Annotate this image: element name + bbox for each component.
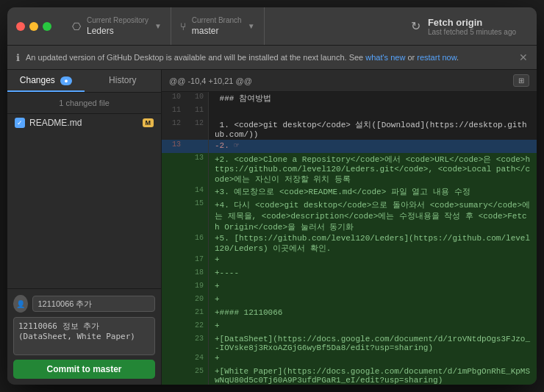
minimize-button[interactable] [29, 22, 38, 31]
maximize-button[interactable] [43, 22, 51, 31]
diff-line: 11 11 [162, 105, 537, 118]
tab-changes[interactable]: Changes ● [7, 70, 85, 92]
branch-arrow-icon: ▼ [248, 22, 255, 30]
file-checkbox[interactable]: ✓ [15, 118, 25, 128]
line-content: +#### 12110066 [209, 307, 537, 321]
line-num-new [185, 140, 209, 153]
branch-name: master [192, 26, 242, 36]
line-num-old [162, 334, 185, 353]
banner-close-button[interactable]: ✕ [519, 51, 528, 63]
diff-line-added: 17 + [162, 254, 537, 268]
line-num-old [162, 321, 185, 334]
repo-icon: ⎔ [72, 21, 81, 32]
line-num-old [162, 153, 185, 185]
line-num-new: 25 [185, 366, 209, 385]
file-modified-badge: M [143, 118, 154, 127]
line-content: + [209, 321, 537, 334]
line-num-new: 11 [185, 105, 209, 118]
line-content: +[DataSheet](https://docs.google.com/doc… [209, 334, 537, 353]
branch-info: Current Branch master [192, 16, 242, 36]
line-num-new: 18 [185, 268, 209, 281]
line-content: ### 참여방법 [209, 92, 537, 105]
file-name: README.md [29, 118, 138, 128]
branch-selector[interactable]: ⑂ Current Branch master ▼ [171, 7, 265, 45]
fetch-origin-button[interactable]: ↻ Fetch origin Last fetched 5 minutes ag… [399, 17, 528, 36]
line-num-new: 13 [185, 153, 209, 185]
sidebar: Changes ● History 1 changed file ✓ READM… [7, 70, 162, 385]
line-num-old [162, 233, 185, 254]
diff-line-added: 21 +#### 12110066 [162, 307, 537, 321]
diff-line-added: 24 + [162, 353, 537, 366]
line-content: +---- [209, 268, 537, 281]
app-window: ⎔ Current Repository Leders ▼ ⑂ Current … [7, 7, 537, 385]
line-num-old: 10 [162, 92, 185, 105]
line-num-new: 17 [185, 254, 209, 268]
line-num-old [162, 294, 185, 307]
diff-line-removed: 13 -2. ☞ [162, 140, 537, 153]
line-content: +5. [https://github.com/level120/Leders]… [209, 233, 537, 254]
branch-icon: ⑂ [180, 21, 186, 32]
line-num-new: 22 [185, 321, 209, 334]
line-num-new: 16 [185, 233, 209, 254]
line-content: 1. <code>git desktop</code> 설치([Download… [209, 118, 537, 140]
list-item[interactable]: ✓ README.md M [7, 114, 161, 132]
line-content: +4. 다시 <code>git desktop</code>으로 돌아와서 <… [209, 199, 537, 233]
line-content: +[White Paper](https://docs.google.com/d… [209, 366, 537, 385]
diff-hunk-header: @@ -10,4 +10,21 @@ [169, 76, 252, 85]
repo-name: Leders [87, 26, 148, 36]
commit-header: 👤 [13, 295, 155, 313]
diff-line-added: 25 +[White Paper](https://docs.google.co… [162, 366, 537, 385]
repo-selector[interactable]: ⎔ Current Repository Leders ▼ [63, 7, 171, 45]
diff-panel: @@ -10,4 +10,21 @@ ⊞ 10 10 ### 참여방법 [162, 70, 537, 385]
diff-line-added: 13 +2. <code>Clone a Repository</code>에서… [162, 153, 537, 185]
diff-line-added: 15 +4. 다시 <code>git desktop</code>으로 돌아와… [162, 199, 537, 233]
line-num-old [162, 281, 185, 294]
line-num-new: 10 [185, 92, 209, 105]
changes-badge: ● [60, 76, 71, 85]
repo-info: Current Repository Leders [87, 16, 148, 36]
fetch-title: Fetch origin [428, 17, 516, 28]
diff-line: 12 12 1. <code>git desktop</code> 설치([Do… [162, 118, 537, 140]
line-content: + [209, 254, 537, 268]
diff-line: 10 10 ### 참여방법 [162, 92, 537, 105]
fetch-icon: ↻ [411, 19, 420, 33]
diff-line-added: 22 + [162, 321, 537, 334]
diff-view-btn[interactable]: ⊞ [513, 74, 529, 87]
whats-new-link[interactable]: what's new [365, 53, 405, 62]
commit-title-input[interactable] [32, 296, 155, 312]
line-content: -2. ☞ [209, 140, 537, 153]
line-content: + [209, 294, 537, 307]
repo-label: Current Repository [87, 16, 148, 24]
update-banner: ℹ An updated version of GitHub Desktop i… [7, 46, 537, 70]
commit-button[interactable]: Commit to master [13, 360, 155, 379]
diff-content: 10 10 ### 참여방법 11 11 12 [162, 92, 537, 385]
banner-content: ℹ An updated version of GitHub Desktop i… [16, 52, 459, 63]
line-num-old [162, 307, 185, 321]
tab-bar: Changes ● History [7, 70, 161, 93]
line-num-old [162, 185, 185, 199]
window-controls [16, 22, 51, 31]
tab-history[interactable]: History [85, 70, 162, 92]
repo-arrow-icon: ▼ [154, 22, 162, 30]
line-num-old: 11 [162, 105, 185, 118]
avatar: 👤 [13, 295, 28, 313]
info-icon: ℹ [16, 52, 20, 63]
line-content [209, 105, 537, 118]
line-num-old [162, 366, 185, 385]
commit-area: 👤 12110066 정보 추가(DataSheet, White Paper)… [7, 288, 161, 385]
diff-line-added: 23 +[DataSheet](https://docs.google.com/… [162, 334, 537, 353]
restart-link[interactable]: restart now [417, 53, 457, 62]
commit-description-input[interactable]: 12110066 정보 추가(DataSheet, White Paper) [13, 317, 155, 355]
close-button[interactable] [16, 22, 25, 31]
line-content: + [209, 353, 537, 366]
line-num-new: 14 [185, 185, 209, 199]
line-num-old [162, 353, 185, 366]
diff-toolbar: ⊞ [513, 74, 529, 87]
fetch-subtitle: Last fetched 5 minutes ago [428, 28, 516, 36]
line-num-new: 12 [185, 118, 209, 140]
line-num-old [162, 199, 185, 233]
changed-files-header: 1 changed file [7, 93, 161, 114]
diff-line-added: 20 + [162, 294, 537, 307]
diff-line-added: 16 +5. [https://github.com/level120/Lede… [162, 233, 537, 254]
line-num-new: 21 [185, 307, 209, 321]
